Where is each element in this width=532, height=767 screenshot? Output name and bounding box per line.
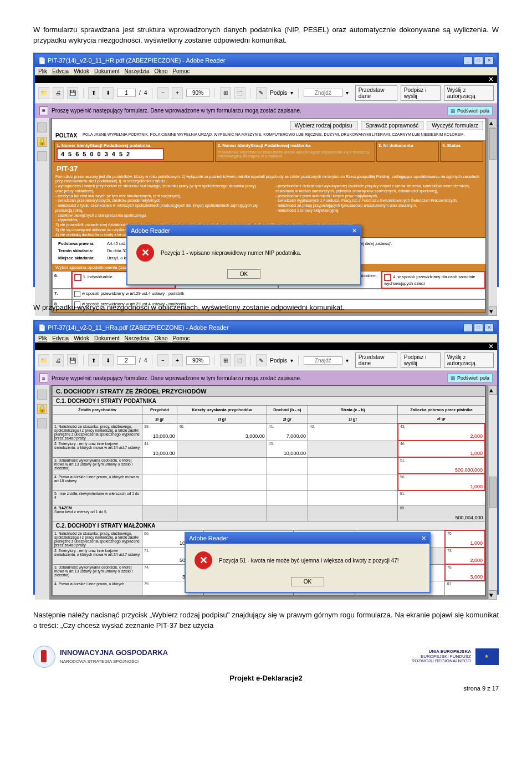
- save-icon[interactable]: 💾: [67, 87, 78, 99]
- table-row: 3. Działalność wykonywana osobiście, o k…: [53, 457, 485, 474]
- menu-bar[interactable]: PlikEdycjaWidokDokumentNarzędziaOknoPomo…: [35, 334, 497, 342]
- table-row: 5. Inne źródła, niewymienione w wierszac…: [53, 490, 485, 505]
- page-down-icon[interactable]: ⬇: [103, 87, 114, 99]
- section-c-header: C. DOCHODY / STRATY ZE ŹRÓDEŁ PRZYCHODÓW: [52, 386, 485, 397]
- form-title: PIT-37: [52, 163, 485, 175]
- income-table: Źródła przychodówPrzychódKoszty uzyskani…: [52, 405, 485, 521]
- page-field[interactable]: [117, 89, 136, 97]
- print-icon[interactable]: 🖨: [53, 87, 64, 99]
- table-row-total: 6. RAZEMSuma kwot z wierszy od 1 do 5.65…: [53, 505, 485, 521]
- project-name: Projekt e-Deklaracje2: [0, 671, 532, 685]
- nip-field[interactable]: 4565003452: [57, 148, 164, 160]
- select-icon[interactable]: ⬚: [234, 87, 245, 99]
- page-up-icon[interactable]: ⬆: [88, 87, 99, 99]
- zoom-field[interactable]: [186, 89, 209, 97]
- error-dialog: Adobe Reader✕ ✕Pozycja 51 - kwota nie mo…: [185, 532, 431, 593]
- dialog-message: Pozycja 51 - kwota nie może być ujemna i…: [219, 558, 399, 564]
- btn-przedstaw[interactable]: Przedstaw dane: [355, 85, 397, 101]
- form-fill-bar: ≡ Proszę wypełnić następujący formularz.…: [35, 104, 497, 118]
- screenshot-acrobat-2: 📄 PIT-37(14)_v2-0_11_HRa.pdf (ZABEZPIECZ…: [33, 320, 499, 595]
- eu-flag-icon: [475, 648, 499, 665]
- highlight-fields-btn[interactable]: ▦ Podświetl pola: [447, 106, 493, 115]
- dialog-close-icon[interactable]: ✕: [421, 535, 426, 542]
- body-paragraph-3: Następnie należy nacisnąć przycisk „Wybi…: [0, 605, 532, 638]
- body-paragraph-1: W formularzu sprawdzana jest struktura w…: [0, 0, 532, 53]
- lock-icon: 🔒: [37, 137, 47, 147]
- ok-button[interactable]: OK: [291, 577, 324, 586]
- window-buttons[interactable]: _□✕: [462, 57, 494, 65]
- section-c1-header: C.1. DOCHODY I STRATY PODATNIKA: [52, 397, 485, 405]
- ok-button[interactable]: OK: [227, 269, 260, 279]
- error-icon: ✕: [195, 551, 212, 569]
- menu-bar[interactable]: PlikEdycjaWidokDokumentNarzędziaOknoPomo…: [35, 67, 497, 75]
- dialog-message: Pozycja 1 - wpisano nieprawidłowy numer …: [161, 250, 301, 256]
- vertical-scrollbar[interactable]: ▴▾: [488, 385, 497, 600]
- error-dialog: Adobe Reader✕ ✕Pozycja 1 - wpisano niepr…: [126, 224, 361, 285]
- page-number: strona 9 z 17: [0, 685, 532, 697]
- pages-icon: [37, 151, 47, 161]
- section-c2-header: C.2. DOCHODY I STRATY MAŁŻONKA: [52, 521, 485, 530]
- btn-wybierz-podpis[interactable]: Wybierz rodzaj podpisu: [290, 121, 357, 130]
- btn-sprawdz[interactable]: Sprawdź poprawność: [361, 121, 424, 130]
- form-icon: ≡: [39, 106, 48, 115]
- window-buttons[interactable]: _□✕: [462, 324, 494, 332]
- page-field[interactable]: [117, 356, 136, 365]
- open-icon[interactable]: 📁: [38, 87, 49, 99]
- btn-podpisz[interactable]: Podpisz i wyślij: [401, 85, 441, 101]
- page-footer: INNOWACYJNA GOSPODARKANARODOWA STRATEGIA…: [0, 638, 532, 671]
- sign-icon[interactable]: ✎: [256, 87, 267, 99]
- table-row: 4. Prawa autorskie i inne prawa, o który…: [53, 474, 485, 490]
- close-strip[interactable]: ✕: [35, 75, 497, 83]
- btn-wyczysc[interactable]: Wyczyść formularz: [427, 121, 483, 130]
- window-titlebar: 📄 PIT-37(14)_v2-0_11_HR.pdf (ZABEZPIECZO…: [35, 54, 497, 67]
- screenshot-acrobat-1: 📄 PIT-37(14)_v2-0_11_HR.pdf (ZABEZPIECZO…: [33, 53, 499, 288]
- find-field[interactable]: [304, 89, 342, 97]
- open-icon[interactable]: 📁: [38, 354, 49, 366]
- btn-wyslij[interactable]: Wyślij z autoryzacją: [444, 85, 494, 101]
- table-row: 2. Emerytury - renty oraz inne krajowe ś…: [53, 441, 485, 457]
- error-icon: ✕: [136, 244, 154, 262]
- toolbar: 📁 🖨 💾 ⬆ ⬇ / 4 − + ⊞ ⬚ ✎ Podpis ▾ ▾ Przed…: [35, 83, 497, 104]
- ig-logo-icon: [33, 646, 55, 668]
- dialog-close-icon[interactable]: ✕: [352, 227, 357, 234]
- fit-icon[interactable]: ⊞: [220, 87, 231, 99]
- pdf-icon: 📄: [38, 324, 46, 331]
- zoom-in-icon[interactable]: +: [172, 87, 183, 99]
- vertical-scrollbar[interactable]: ▴▾: [488, 118, 497, 316]
- pdf-icon: 📄: [38, 57, 46, 64]
- table-row: 1. Należności ze stosunku: pracy, służbo…: [53, 423, 485, 441]
- nav-rail[interactable]: 🔒: [35, 118, 49, 316]
- thumbnails-icon: [37, 122, 47, 132]
- zoom-out-icon[interactable]: −: [157, 87, 168, 99]
